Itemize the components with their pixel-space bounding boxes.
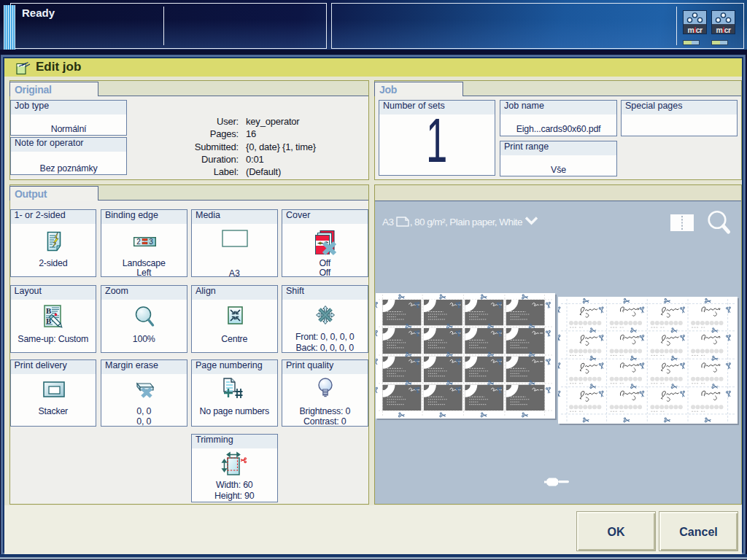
svg-text:micr: micr <box>716 26 731 34</box>
svg-text:2: 2 <box>136 238 141 246</box>
svg-text:3: 3 <box>149 238 153 246</box>
svg-text:B: B <box>46 306 52 315</box>
svg-text:micr: micr <box>687 26 703 34</box>
